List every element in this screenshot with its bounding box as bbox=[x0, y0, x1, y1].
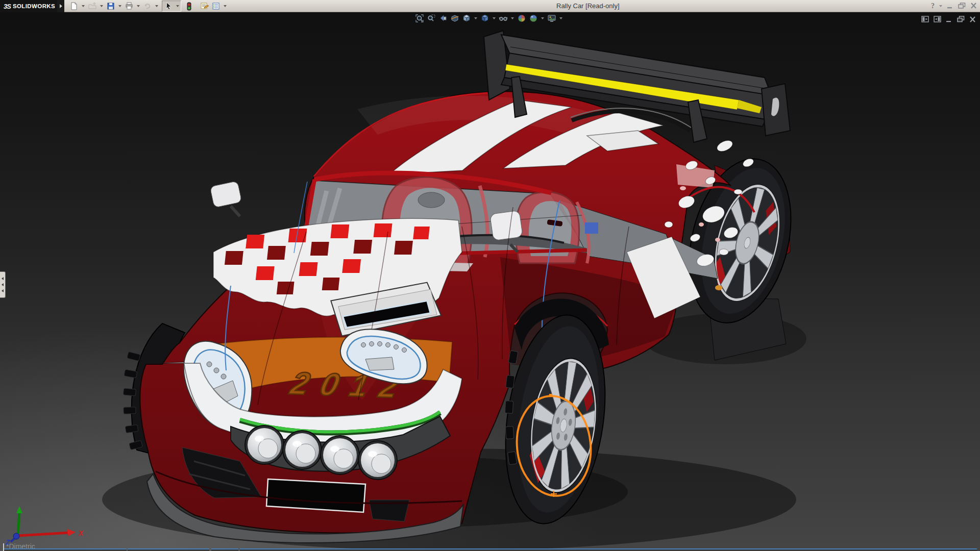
collapse-arrow-icon bbox=[2, 283, 4, 286]
apply-scene-icon bbox=[529, 14, 538, 23]
collapse-arrow-icon bbox=[2, 277, 4, 280]
window-controls: ? bbox=[931, 0, 977, 12]
rally-car-model: 2012 bbox=[0, 12, 980, 551]
new-document-button[interactable] bbox=[68, 1, 80, 11]
select-tool-group bbox=[162, 1, 181, 12]
restore-button[interactable] bbox=[958, 2, 966, 11]
triad-y-axis bbox=[16, 506, 22, 513]
orientation-triad: X Z bbox=[4, 504, 96, 547]
minimize-button[interactable] bbox=[947, 2, 953, 11]
doc-minimize-button[interactable] bbox=[946, 15, 952, 24]
triad-x-axis bbox=[67, 529, 76, 536]
help-button[interactable]: ? bbox=[931, 2, 935, 10]
open-document-button[interactable] bbox=[87, 1, 98, 11]
previous-view-icon bbox=[438, 14, 448, 23]
doc-close-icon bbox=[969, 16, 976, 22]
select-cursor-icon bbox=[165, 2, 173, 10]
hide-show-items-icon bbox=[499, 14, 508, 23]
panel-splitter-tab[interactable] bbox=[0, 271, 6, 298]
standard-toolbar bbox=[68, 0, 228, 12]
previous-view-button[interactable] bbox=[438, 13, 448, 23]
close-button[interactable] bbox=[970, 2, 977, 11]
bottom-tabs-strip[interactable] bbox=[0, 548, 980, 551]
view-settings-button[interactable] bbox=[547, 13, 557, 23]
print-dropdown-caret[interactable] bbox=[137, 5, 140, 7]
collapse-arrow-icon bbox=[2, 289, 4, 292]
traffic-light-icon bbox=[185, 2, 192, 11]
view-orientation-icon bbox=[462, 14, 471, 23]
rebuild-traffic-light-button[interactable] bbox=[183, 1, 194, 11]
hide-show-items-button[interactable] bbox=[498, 13, 508, 23]
view-settings-caret[interactable] bbox=[559, 17, 562, 19]
doc-close-button[interactable] bbox=[969, 15, 976, 24]
headsup-view-toolbar bbox=[414, 13, 564, 23]
zoom-to-area-icon bbox=[427, 14, 436, 23]
brand-name: SOLIDWORKS bbox=[13, 3, 55, 9]
options-dropdown-caret[interactable] bbox=[224, 5, 227, 7]
display-style-icon bbox=[480, 14, 489, 23]
view-settings-icon bbox=[547, 14, 556, 23]
minimize-icon bbox=[947, 3, 953, 9]
undo-button[interactable] bbox=[142, 1, 153, 11]
select-tool-button[interactable] bbox=[162, 1, 175, 11]
bottom-tab-segment[interactable] bbox=[128, 548, 209, 551]
graphics-area[interactable]: 2012 bbox=[0, 12, 980, 551]
solidworks-logo: 3S SOLIDWORKS bbox=[0, 0, 57, 12]
open-dropdown-caret[interactable] bbox=[100, 5, 103, 7]
bottom-tab-segment[interactable] bbox=[211, 548, 238, 551]
options-list-icon bbox=[212, 2, 220, 10]
document-window-controls bbox=[921, 15, 976, 24]
help-dropdown-caret[interactable] bbox=[939, 5, 942, 7]
apply-scene-button[interactable] bbox=[528, 13, 538, 23]
triad-z-axis bbox=[13, 533, 19, 539]
print-button[interactable] bbox=[124, 1, 135, 11]
bottom-tab-segment[interactable] bbox=[4, 548, 127, 551]
doc-restore-button[interactable] bbox=[957, 15, 965, 24]
print-icon bbox=[125, 2, 133, 10]
titlebar: 3S SOLIDWORKS bbox=[0, 0, 980, 12]
comment-note-icon bbox=[200, 2, 209, 10]
tile-right-button[interactable] bbox=[934, 15, 941, 24]
undo-dropdown-caret[interactable] bbox=[155, 5, 158, 7]
triad-x-label: X bbox=[78, 529, 84, 537]
flyout-arrow-icon bbox=[60, 4, 62, 8]
zoom-to-area-button[interactable] bbox=[426, 13, 436, 23]
tile-left-button[interactable] bbox=[921, 15, 929, 24]
display-style-button[interactable] bbox=[480, 13, 490, 23]
close-icon bbox=[970, 3, 977, 9]
document-title: Rally Car [Read-only] bbox=[556, 2, 620, 10]
solidworks-window: { "titlebar": { "brand": { "mark": "3S",… bbox=[0, 0, 980, 551]
save-icon bbox=[107, 2, 115, 10]
zoom-to-fit-icon bbox=[415, 14, 424, 23]
bottom-tab-segment[interactable] bbox=[240, 548, 977, 551]
view-orientation-caret[interactable] bbox=[474, 17, 477, 19]
save-dropdown-caret[interactable] bbox=[118, 5, 121, 7]
new-dropdown-caret[interactable] bbox=[82, 5, 85, 7]
open-document-icon bbox=[88, 2, 96, 10]
options-button[interactable] bbox=[210, 1, 222, 11]
view-orientation-button[interactable] bbox=[461, 13, 472, 23]
new-document-icon bbox=[70, 2, 78, 10]
edit-appearance-button[interactable] bbox=[517, 13, 527, 23]
hide-show-items-caret[interactable] bbox=[511, 17, 514, 19]
display-style-caret[interactable] bbox=[493, 17, 496, 19]
comment-button[interactable] bbox=[199, 1, 210, 11]
ds-logo-mark-icon: 3S bbox=[4, 3, 11, 10]
section-view-icon bbox=[450, 14, 459, 23]
menu-flyout-arrow[interactable] bbox=[57, 0, 64, 12]
save-button[interactable] bbox=[105, 1, 116, 11]
zoom-to-fit-button[interactable] bbox=[414, 13, 425, 23]
edit-appearance-icon bbox=[517, 14, 526, 23]
tile-right-icon bbox=[934, 16, 941, 22]
section-view-button[interactable] bbox=[450, 13, 460, 23]
doc-minimize-icon bbox=[946, 16, 952, 22]
select-dropdown-caret[interactable] bbox=[176, 5, 179, 7]
apply-scene-caret[interactable] bbox=[541, 17, 544, 19]
license-plate bbox=[266, 479, 365, 512]
left-edge-scroll-sliver bbox=[3, 543, 4, 551]
undo-icon bbox=[143, 2, 152, 10]
doc-restore-icon bbox=[957, 16, 965, 22]
restore-icon bbox=[958, 3, 966, 9]
tile-left-icon bbox=[921, 16, 929, 22]
